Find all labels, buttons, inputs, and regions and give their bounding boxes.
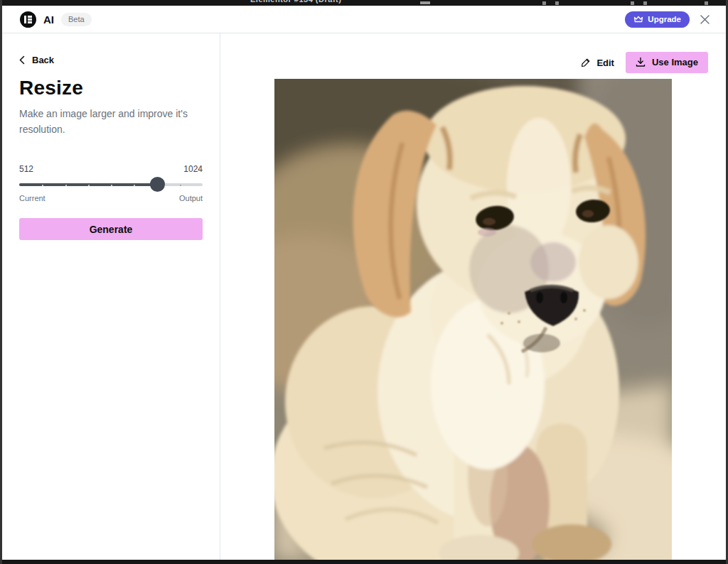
toolbar-mark [555,1,559,5]
slider-tick [111,185,112,186]
slider-thumb[interactable] [150,177,165,192]
toolbar-mark [420,1,430,4]
generate-button[interactable]: Generate [19,218,203,240]
slider-current-label: Current [19,194,46,202]
upgrade-button[interactable]: Upgrade [625,11,690,28]
slider-output-label: Output [179,194,203,202]
slider-tick [180,185,181,186]
slider-tick [65,185,67,186]
edit-label: Edit [596,58,614,68]
slider-output-value: 1024 [183,164,203,174]
background-toolbar-text: Elementor #134 (Draft) [250,0,341,4]
toolbar-mark [542,1,546,5]
beta-badge: Beta [61,13,92,26]
upgrade-label: Upgrade [648,15,681,23]
download-icon [636,57,646,67]
preview-area: Edit Use Image [220,33,726,560]
window-bottom-border [2,560,726,564]
puppy-photo [274,79,672,560]
use-image-label: Use Image [652,57,698,67]
slider-tick [88,185,90,186]
page-title: Resize [19,77,203,99]
page-description: Make an image larger and improve it's re… [19,107,203,137]
elementor-logo-icon [20,11,36,28]
background-browser-bar: Elementor #134 (Draft) [2,0,726,6]
toolbar-mark [631,1,634,5]
edit-button[interactable]: Edit [575,53,620,72]
crown-icon [633,15,643,23]
app-title: AI [43,13,54,26]
modal-header: AI Beta Upgrade [2,6,726,33]
close-icon[interactable] [700,14,710,25]
image-actions: Edit Use Image [575,52,708,73]
back-label: Back [32,55,54,65]
size-slider[interactable] [19,177,203,192]
use-image-button[interactable]: Use Image [626,52,708,73]
slider-current-value: 512 [19,164,33,174]
ai-modal-window: Elementor #134 (Draft) AI Beta Upgra [0,0,728,564]
resize-sidebar: Back Resize Make an image larger and imp… [2,33,220,560]
toolbar-mark [705,1,708,5]
resize-slider-block: 512 1024 Current Output [19,164,203,202]
pencil-icon [581,58,591,67]
back-button[interactable]: Back [19,55,203,65]
toolbar-mark [643,1,647,5]
chevron-left-icon [19,55,25,65]
